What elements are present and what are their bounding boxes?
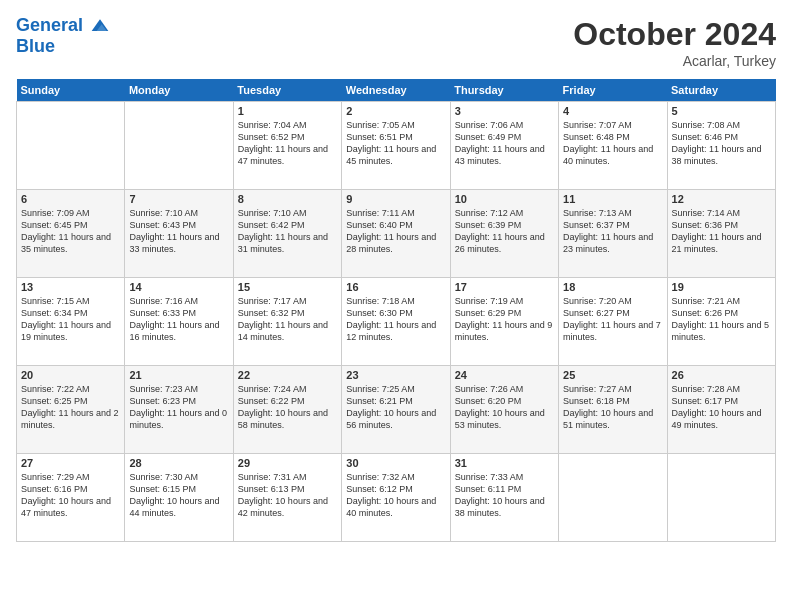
calendar-cell: 26Sunrise: 7:28 AM Sunset: 6:17 PM Dayli… (667, 366, 775, 454)
title-block: October 2024 Acarlar, Turkey (573, 16, 776, 69)
day-number: 14 (129, 281, 228, 293)
calendar-week-row: 1Sunrise: 7:04 AM Sunset: 6:52 PM Daylig… (17, 102, 776, 190)
calendar-header-row: Sunday Monday Tuesday Wednesday Thursday… (17, 79, 776, 102)
day-info: Sunrise: 7:25 AM Sunset: 6:21 PM Dayligh… (346, 383, 445, 432)
day-info: Sunrise: 7:23 AM Sunset: 6:23 PM Dayligh… (129, 383, 228, 432)
day-info: Sunrise: 7:33 AM Sunset: 6:11 PM Dayligh… (455, 471, 554, 520)
day-number: 20 (21, 369, 120, 381)
calendar-cell: 9Sunrise: 7:11 AM Sunset: 6:40 PM Daylig… (342, 190, 450, 278)
calendar-cell: 4Sunrise: 7:07 AM Sunset: 6:48 PM Daylig… (559, 102, 667, 190)
header-thursday: Thursday (450, 79, 558, 102)
logo-blue: Blue (16, 36, 110, 57)
calendar-cell: 10Sunrise: 7:12 AM Sunset: 6:39 PM Dayli… (450, 190, 558, 278)
calendar-week-row: 6Sunrise: 7:09 AM Sunset: 6:45 PM Daylig… (17, 190, 776, 278)
calendar-cell: 17Sunrise: 7:19 AM Sunset: 6:29 PM Dayli… (450, 278, 558, 366)
day-info: Sunrise: 7:13 AM Sunset: 6:37 PM Dayligh… (563, 207, 662, 256)
header-saturday: Saturday (667, 79, 775, 102)
day-info: Sunrise: 7:24 AM Sunset: 6:22 PM Dayligh… (238, 383, 337, 432)
day-number: 7 (129, 193, 228, 205)
day-number: 15 (238, 281, 337, 293)
calendar-cell: 3Sunrise: 7:06 AM Sunset: 6:49 PM Daylig… (450, 102, 558, 190)
day-info: Sunrise: 7:21 AM Sunset: 6:26 PM Dayligh… (672, 295, 771, 344)
day-number: 29 (238, 457, 337, 469)
calendar-cell: 12Sunrise: 7:14 AM Sunset: 6:36 PM Dayli… (667, 190, 775, 278)
day-info: Sunrise: 7:19 AM Sunset: 6:29 PM Dayligh… (455, 295, 554, 344)
calendar-cell: 22Sunrise: 7:24 AM Sunset: 6:22 PM Dayli… (233, 366, 341, 454)
month-title: October 2024 (573, 16, 776, 53)
day-info: Sunrise: 7:22 AM Sunset: 6:25 PM Dayligh… (21, 383, 120, 432)
day-number: 8 (238, 193, 337, 205)
header-sunday: Sunday (17, 79, 125, 102)
calendar-cell: 1Sunrise: 7:04 AM Sunset: 6:52 PM Daylig… (233, 102, 341, 190)
day-number: 10 (455, 193, 554, 205)
day-number: 24 (455, 369, 554, 381)
calendar-cell (17, 102, 125, 190)
calendar-cell: 2Sunrise: 7:05 AM Sunset: 6:51 PM Daylig… (342, 102, 450, 190)
day-number: 19 (672, 281, 771, 293)
calendar-table: Sunday Monday Tuesday Wednesday Thursday… (16, 79, 776, 542)
day-info: Sunrise: 7:27 AM Sunset: 6:18 PM Dayligh… (563, 383, 662, 432)
logo-text: General (16, 16, 110, 36)
day-number: 27 (21, 457, 120, 469)
day-number: 25 (563, 369, 662, 381)
day-info: Sunrise: 7:11 AM Sunset: 6:40 PM Dayligh… (346, 207, 445, 256)
calendar-cell: 13Sunrise: 7:15 AM Sunset: 6:34 PM Dayli… (17, 278, 125, 366)
day-number: 9 (346, 193, 445, 205)
calendar-cell (667, 454, 775, 542)
calendar-cell: 24Sunrise: 7:26 AM Sunset: 6:20 PM Dayli… (450, 366, 558, 454)
calendar-cell: 25Sunrise: 7:27 AM Sunset: 6:18 PM Dayli… (559, 366, 667, 454)
calendar-cell: 7Sunrise: 7:10 AM Sunset: 6:43 PM Daylig… (125, 190, 233, 278)
calendar-week-row: 13Sunrise: 7:15 AM Sunset: 6:34 PM Dayli… (17, 278, 776, 366)
day-info: Sunrise: 7:15 AM Sunset: 6:34 PM Dayligh… (21, 295, 120, 344)
calendar-week-row: 27Sunrise: 7:29 AM Sunset: 6:16 PM Dayli… (17, 454, 776, 542)
day-info: Sunrise: 7:31 AM Sunset: 6:13 PM Dayligh… (238, 471, 337, 520)
day-number: 26 (672, 369, 771, 381)
day-number: 12 (672, 193, 771, 205)
calendar-cell: 27Sunrise: 7:29 AM Sunset: 6:16 PM Dayli… (17, 454, 125, 542)
calendar-cell: 28Sunrise: 7:30 AM Sunset: 6:15 PM Dayli… (125, 454, 233, 542)
calendar-cell: 19Sunrise: 7:21 AM Sunset: 6:26 PM Dayli… (667, 278, 775, 366)
day-info: Sunrise: 7:26 AM Sunset: 6:20 PM Dayligh… (455, 383, 554, 432)
calendar-cell: 31Sunrise: 7:33 AM Sunset: 6:11 PM Dayli… (450, 454, 558, 542)
day-number: 17 (455, 281, 554, 293)
day-info: Sunrise: 7:32 AM Sunset: 6:12 PM Dayligh… (346, 471, 445, 520)
page-container: General Blue October 2024 Acarlar, Turke… (0, 0, 792, 550)
day-number: 28 (129, 457, 228, 469)
day-number: 1 (238, 105, 337, 117)
day-info: Sunrise: 7:07 AM Sunset: 6:48 PM Dayligh… (563, 119, 662, 168)
day-number: 16 (346, 281, 445, 293)
header-monday: Monday (125, 79, 233, 102)
day-number: 22 (238, 369, 337, 381)
day-number: 4 (563, 105, 662, 117)
calendar-cell: 15Sunrise: 7:17 AM Sunset: 6:32 PM Dayli… (233, 278, 341, 366)
header-friday: Friday (559, 79, 667, 102)
day-info: Sunrise: 7:06 AM Sunset: 6:49 PM Dayligh… (455, 119, 554, 168)
day-info: Sunrise: 7:05 AM Sunset: 6:51 PM Dayligh… (346, 119, 445, 168)
day-info: Sunrise: 7:28 AM Sunset: 6:17 PM Dayligh… (672, 383, 771, 432)
day-number: 5 (672, 105, 771, 117)
calendar-cell: 23Sunrise: 7:25 AM Sunset: 6:21 PM Dayli… (342, 366, 450, 454)
header-tuesday: Tuesday (233, 79, 341, 102)
location: Acarlar, Turkey (573, 53, 776, 69)
calendar-cell: 21Sunrise: 7:23 AM Sunset: 6:23 PM Dayli… (125, 366, 233, 454)
header: General Blue October 2024 Acarlar, Turke… (16, 16, 776, 69)
day-info: Sunrise: 7:08 AM Sunset: 6:46 PM Dayligh… (672, 119, 771, 168)
calendar-cell (559, 454, 667, 542)
calendar-cell (125, 102, 233, 190)
calendar-cell: 11Sunrise: 7:13 AM Sunset: 6:37 PM Dayli… (559, 190, 667, 278)
day-info: Sunrise: 7:30 AM Sunset: 6:15 PM Dayligh… (129, 471, 228, 520)
calendar-week-row: 20Sunrise: 7:22 AM Sunset: 6:25 PM Dayli… (17, 366, 776, 454)
day-info: Sunrise: 7:10 AM Sunset: 6:42 PM Dayligh… (238, 207, 337, 256)
day-number: 21 (129, 369, 228, 381)
day-info: Sunrise: 7:04 AM Sunset: 6:52 PM Dayligh… (238, 119, 337, 168)
calendar-cell: 18Sunrise: 7:20 AM Sunset: 6:27 PM Dayli… (559, 278, 667, 366)
logo: General Blue (16, 16, 110, 57)
day-number: 2 (346, 105, 445, 117)
calendar-cell: 16Sunrise: 7:18 AM Sunset: 6:30 PM Dayli… (342, 278, 450, 366)
day-info: Sunrise: 7:20 AM Sunset: 6:27 PM Dayligh… (563, 295, 662, 344)
day-number: 31 (455, 457, 554, 469)
day-number: 6 (21, 193, 120, 205)
day-info: Sunrise: 7:10 AM Sunset: 6:43 PM Dayligh… (129, 207, 228, 256)
day-info: Sunrise: 7:09 AM Sunset: 6:45 PM Dayligh… (21, 207, 120, 256)
calendar-cell: 5Sunrise: 7:08 AM Sunset: 6:46 PM Daylig… (667, 102, 775, 190)
